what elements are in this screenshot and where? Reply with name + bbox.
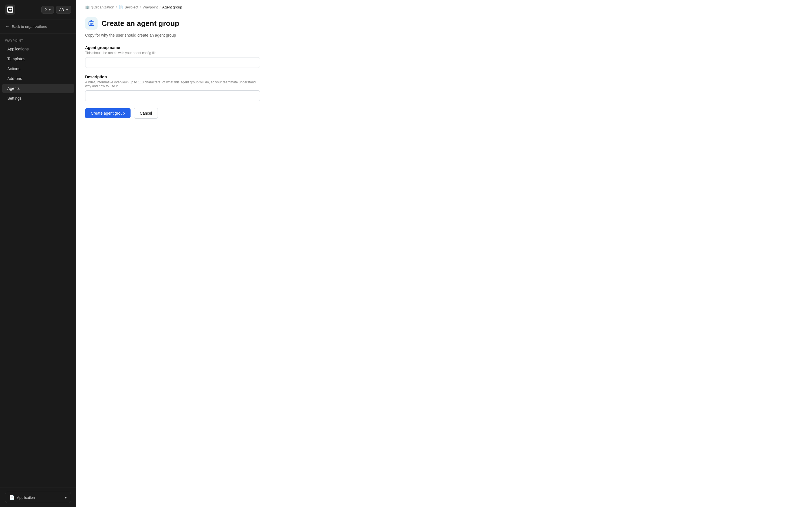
sidebar-item-label: Applications: [7, 47, 29, 51]
sidebar-item-add-ons[interactable]: Add-ons: [2, 74, 74, 83]
sidebar-item-label: Templates: [7, 57, 26, 61]
back-link-label: Back to organizations: [12, 24, 47, 29]
user-chevron-icon: [65, 8, 68, 12]
breadcrumb-sep-3: /: [160, 5, 161, 9]
app-selector[interactable]: 📄 Application ▾: [5, 492, 71, 503]
sidebar-item-templates[interactable]: Templates: [2, 54, 74, 64]
description-field-group: Description A brief, informative overvie…: [85, 75, 260, 101]
breadcrumb: 🏢 $Organization / 📄 $Project / Waypoint …: [76, 0, 812, 9]
back-to-organizations-link[interactable]: ← Back to organizations: [0, 19, 76, 34]
page-title: Create an agent group: [101, 19, 179, 28]
agent-group-name-input[interactable]: [85, 57, 260, 68]
sidebar: ? AB ← Back to organizations Waypoint Ap…: [0, 0, 76, 507]
create-agent-group-button[interactable]: Create agent group: [85, 108, 131, 118]
description-hint: A brief, informative overview (up to 110…: [85, 80, 260, 88]
sidebar-item-settings[interactable]: Settings: [2, 94, 74, 103]
sidebar-nav: Applications Templates Actions Add-ons A…: [0, 44, 76, 103]
description-label: Description: [85, 75, 260, 79]
logo-inner: [7, 6, 13, 13]
user-initials: AB: [59, 8, 64, 12]
document-icon: 📄: [9, 495, 15, 500]
agent-group-name-hint: This should be match with your agent con…: [85, 51, 260, 55]
breadcrumb-org-icon: 🏢: [85, 5, 90, 9]
sidebar-item-label: Actions: [7, 66, 20, 71]
sidebar-item-label: Add-ons: [7, 76, 22, 81]
sidebar-section-waypoint: Waypoint: [0, 34, 76, 44]
logo[interactable]: [5, 4, 15, 15]
create-agent-group-form: Agent group name This should be match wi…: [85, 45, 260, 119]
page-content: Create an agent group Copy for why the u…: [76, 9, 812, 126]
agent-group-icon: [85, 17, 98, 30]
sidebar-item-label: Settings: [7, 96, 22, 101]
agent-group-name-label: Agent group name: [85, 45, 260, 50]
main-content: 🏢 $Organization / 📄 $Project / Waypoint …: [76, 0, 812, 507]
breadcrumb-agent-group: Agent group: [162, 5, 182, 9]
agent-group-name-field-group: Agent group name This should be match wi…: [85, 45, 260, 68]
page-title-row: Create an agent group: [85, 17, 803, 30]
breadcrumb-org: $Organization: [91, 5, 114, 9]
sidebar-item-applications[interactable]: Applications: [2, 44, 74, 54]
form-actions: Create agent group Cancel: [85, 108, 260, 119]
sidebar-item-actions[interactable]: Actions: [2, 64, 74, 73]
back-arrow-icon: ←: [5, 24, 10, 29]
description-input[interactable]: [85, 91, 260, 101]
breadcrumb-waypoint: Waypoint: [143, 5, 158, 9]
app-selector-label: Application: [17, 496, 35, 500]
sidebar-item-label: Agents: [7, 86, 20, 91]
breadcrumb-project: $Project: [125, 5, 139, 9]
help-icon: ?: [45, 8, 47, 12]
help-button[interactable]: ?: [42, 6, 54, 13]
app-selector-chevron-icon: ▾: [65, 496, 67, 500]
sidebar-bottom: 📄 Application ▾: [0, 488, 76, 507]
sidebar-header: ? AB: [0, 0, 76, 19]
header-controls: ? AB: [42, 6, 71, 13]
svg-point-2: [91, 20, 92, 22]
breadcrumb-project-icon: 📄: [119, 5, 123, 9]
breadcrumb-sep-2: /: [140, 5, 141, 9]
sidebar-item-agents[interactable]: Agents: [2, 83, 74, 93]
page-subtitle: Copy for why the user should create an a…: [85, 33, 803, 38]
cancel-button[interactable]: Cancel: [134, 108, 158, 119]
app-selector-left: 📄 Application: [9, 495, 35, 500]
user-button[interactable]: AB: [56, 6, 71, 13]
help-chevron-icon: [48, 8, 51, 12]
breadcrumb-sep-1: /: [116, 5, 117, 9]
